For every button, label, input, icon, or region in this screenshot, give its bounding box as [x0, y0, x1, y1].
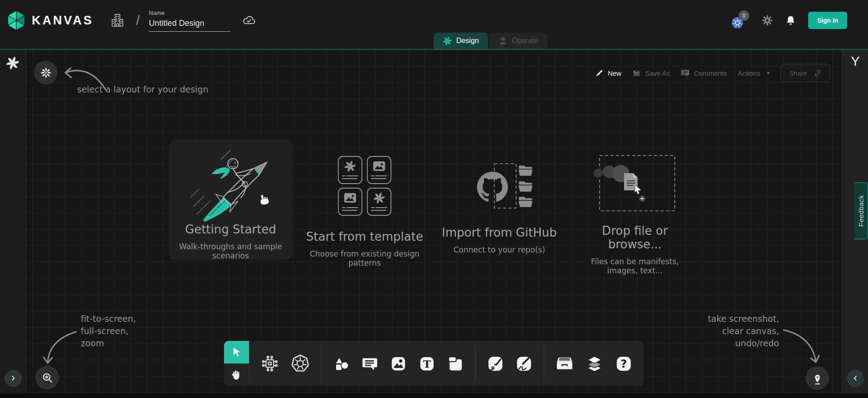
- pen-nib-icon: [811, 372, 824, 385]
- screenshot-hint-text: take screenshot, clear canvas, undo/redo: [708, 313, 779, 349]
- floppy-icon: [632, 69, 641, 78]
- text-tool[interactable]: [419, 355, 435, 372]
- meshery-spiral-button[interactable]: [6, 56, 20, 71]
- sign-in-button[interactable]: Sign In: [808, 12, 847, 29]
- tab-design-label: Design: [456, 37, 479, 45]
- rocket-rider-illustration: [179, 142, 283, 222]
- header-bar: KANVAS / Name 0 Sign In: [0, 0, 868, 50]
- drawing-tools: [476, 341, 544, 386]
- pan-tool[interactable]: [224, 364, 249, 386]
- comment-tool[interactable]: [361, 355, 378, 372]
- feedback-tab[interactable]: Feedback: [854, 182, 868, 239]
- design-pinwheel-icon: [443, 36, 452, 46]
- comments-button[interactable]: Comments: [681, 68, 727, 78]
- notifications-button[interactable]: [785, 15, 796, 26]
- card-getting-started[interactable]: Getting Started Walk-throughs and sample…: [169, 140, 293, 260]
- save-as-button[interactable]: Save As: [632, 69, 670, 78]
- layout-hint-text: select a layout for your design: [77, 84, 208, 94]
- magnifier-plus-icon: [41, 372, 54, 384]
- card-import-from-github[interactable]: Import from GitHub Connect to your repo(…: [439, 160, 560, 254]
- folder-icon: [519, 165, 532, 176]
- layout-flower-icon: [40, 67, 52, 78]
- expand-left-panel-button[interactable]: ›: [5, 370, 22, 387]
- design-name-input[interactable]: [149, 18, 230, 32]
- pencil-tool[interactable]: [516, 355, 532, 372]
- gear-icon: [761, 15, 773, 26]
- settings-button[interactable]: [761, 15, 773, 26]
- shapes-tool[interactable]: [333, 355, 350, 372]
- select-tool[interactable]: [224, 341, 249, 364]
- tab-operate-label: Operate: [512, 37, 538, 45]
- share-label: Share: [789, 69, 807, 77]
- hand-cursor-icon: [259, 194, 269, 205]
- card-start-from-template[interactable]: Start from template Choose from existing…: [305, 155, 424, 267]
- zoom-button[interactable]: [35, 366, 59, 389]
- pen-tool[interactable]: [487, 355, 504, 372]
- infra-tools: [249, 341, 321, 386]
- actions-dropdown[interactable]: Actions ▾: [738, 69, 770, 77]
- left-panel-strip: ›: [0, 50, 26, 393]
- zoom-hint-arrow: [42, 321, 83, 366]
- card-subtitle: Connect to your repo(s): [454, 245, 545, 254]
- card-subtitle: Choose from existing design patterns: [305, 249, 424, 267]
- comment-icon: [681, 68, 690, 78]
- app-window: KANVAS / Name 0 Sign In: [0, 0, 868, 398]
- note-tool[interactable]: [447, 355, 464, 372]
- new-design-button[interactable]: New: [595, 69, 621, 77]
- card-subtitle: Files can be manifests, images, text...: [577, 257, 693, 275]
- tab-design[interactable]: Design: [434, 33, 488, 49]
- pen-path-icon: [487, 355, 504, 372]
- organization-button[interactable]: [110, 12, 125, 29]
- drawer-tool[interactable]: [556, 354, 574, 373]
- folder-icon: [519, 181, 532, 192]
- card-drop-file[interactable]: Drop file or browse... Files can be mani…: [577, 154, 693, 275]
- cloud-saved-icon: [242, 15, 256, 27]
- card-title: Import from GitHub: [442, 226, 556, 239]
- bell-icon: [785, 15, 796, 26]
- breadcrumb-separator: /: [136, 13, 140, 28]
- kanvas-hexagon-icon: [6, 10, 26, 31]
- yaml-shortcut-button[interactable]: Y: [842, 53, 868, 69]
- help-tool[interactable]: [615, 355, 632, 372]
- y-icon: Y: [851, 53, 860, 68]
- image-icon: [390, 355, 407, 372]
- card-title: Start from template: [306, 230, 423, 243]
- design-canvas[interactable]: › Y ‹ Feedback select a layout for your …: [0, 50, 868, 393]
- chevron-left-icon: ‹: [853, 371, 857, 383]
- screenshot-hint-arrow: [776, 325, 822, 369]
- chevron-right-icon: ›: [11, 371, 15, 383]
- header-actions: 0 Sign In: [731, 11, 847, 29]
- select-layout-button[interactable]: [34, 61, 58, 84]
- hand-icon: [231, 369, 242, 381]
- cursor-arrow-icon: [231, 346, 243, 358]
- kubernetes-context-button[interactable]: 0: [731, 11, 750, 29]
- kanvas-logo: KANVAS: [6, 10, 93, 31]
- layers-tool[interactable]: [585, 354, 604, 373]
- expand-right-panel-button[interactable]: ‹: [847, 370, 864, 387]
- new-label: New: [608, 69, 621, 77]
- cursor-icon: [634, 185, 641, 194]
- mode-tabs: Design Operate: [434, 33, 547, 49]
- save-as-label: Save As: [645, 69, 670, 77]
- actions-label: Actions: [738, 69, 760, 77]
- tab-operate[interactable]: Operate: [489, 33, 547, 49]
- link-icon: [814, 69, 822, 77]
- operate-headset-icon: [498, 36, 508, 46]
- shapes-icon: [333, 355, 350, 372]
- design-name-field: Name: [149, 10, 230, 32]
- misc-tools: [544, 341, 644, 386]
- card-title: Getting Started: [185, 223, 276, 236]
- kubernetes-tool[interactable]: [291, 354, 310, 373]
- pencil-icon: [595, 69, 604, 77]
- chip-icon: [261, 354, 279, 373]
- kubernetes-wheel-icon: [291, 354, 310, 373]
- component-tool[interactable]: [261, 354, 279, 373]
- github-import-illustration: [463, 160, 536, 213]
- canvas-toolbar: New Save As Comments Actions ▾ Share: [595, 63, 830, 83]
- screenshot-pen-button[interactable]: [805, 366, 829, 390]
- image-tool[interactable]: [390, 355, 407, 372]
- caret-down-icon: ▾: [767, 70, 770, 76]
- text-icon: [419, 355, 435, 372]
- comment-icon: [361, 355, 378, 372]
- share-button[interactable]: Share: [780, 64, 830, 82]
